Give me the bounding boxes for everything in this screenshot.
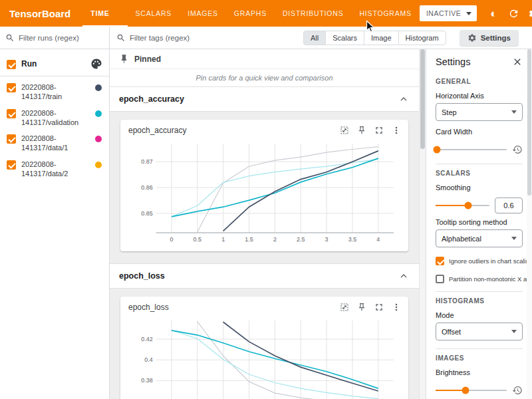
settings-panel: Settings GENERAL Horizontal Axis Step Ca… <box>426 49 532 399</box>
run-row-data-1[interactable]: 20220808-141317/data/1 <box>0 130 109 156</box>
pinned-section-header: Pinned <box>110 49 419 69</box>
scrollbar-thumb[interactable] <box>527 49 531 196</box>
status-dropdown[interactable]: INACTIVE <box>420 5 477 21</box>
filter-tags-input[interactable] <box>130 34 294 42</box>
tab-time-series[interactable]: TIME SERIES <box>82 0 127 27</box>
app-logo[interactable]: TensorBoard <box>0 8 82 19</box>
smoothing-value-input[interactable] <box>495 198 523 213</box>
tab-images[interactable]: IMAGES <box>180 0 226 27</box>
gear-icon[interactable] <box>525 5 532 22</box>
run-label: 20220808-141317/data/1 <box>21 134 89 153</box>
svg-text:0.4: 0.4 <box>144 356 152 363</box>
more-vert-icon[interactable] <box>391 302 402 313</box>
gear-icon <box>467 33 477 43</box>
card-header: epoch_accuracy <box>126 122 403 137</box>
pin-icon[interactable] <box>356 302 367 313</box>
tab-scalars[interactable]: SCALARS <box>128 0 180 27</box>
pinned-hint: Pin cards for a quick view and compariso… <box>110 69 419 87</box>
settings-title: Settings <box>436 57 470 67</box>
svg-text:3.5: 3.5 <box>348 236 356 243</box>
section-header-epoch-accuracy[interactable]: epoch_accuracy <box>110 87 419 112</box>
chart-card-epoch-accuracy: epoch_accuracy 00.511.522.533.540.850.86… <box>120 120 408 251</box>
more-vert-icon[interactable] <box>391 125 402 136</box>
run-checkbox[interactable] <box>7 109 16 118</box>
fit-domain-icon[interactable] <box>339 302 350 313</box>
divider <box>436 291 523 292</box>
pin-icon[interactable] <box>356 125 367 136</box>
runs-sidebar: Run 20220808-141317/train 20220808-14131… <box>0 49 110 399</box>
pinned-title: Pinned <box>134 55 161 64</box>
run-row-data-2[interactable]: 20220808-141317/data/2 <box>0 156 109 182</box>
chevron-up-icon[interactable] <box>398 270 410 282</box>
settings-scrollbar[interactable] <box>527 49 532 399</box>
brightness-control <box>436 384 523 396</box>
runs-filter-bar <box>0 27 110 49</box>
chart-card-epoch-loss: epoch_loss 00.511.522.533.540.360.380.40… <box>120 297 408 399</box>
card-width-slider[interactable] <box>436 149 507 150</box>
histogram-mode-select[interactable]: Offset <box>436 323 523 340</box>
run-label: 20220808-141317/train <box>21 82 89 102</box>
slider-thumb[interactable] <box>434 146 441 154</box>
filter-scalars-button[interactable]: Scalars <box>325 31 364 45</box>
run-checkbox[interactable] <box>7 160 16 170</box>
card-title: epoch_accuracy <box>128 126 339 135</box>
run-color-dot <box>94 110 102 118</box>
filter-histogram-button[interactable]: Histogram <box>398 31 446 45</box>
svg-text:0.85: 0.85 <box>141 210 152 217</box>
settings-panel-body: GENERAL Horizontal Axis Step Card Width … <box>426 78 532 399</box>
slider-thumb[interactable] <box>464 202 471 209</box>
run-row-validation[interactable]: 20220808-141317/validation <box>0 105 109 131</box>
brightness-label: Brightness <box>436 368 523 376</box>
tooltip-sorting-select[interactable]: Alphabetical <box>436 229 523 247</box>
svg-text:4: 4 <box>376 236 380 243</box>
fullscreen-icon[interactable] <box>374 302 384 313</box>
toolbar: All Scalars Image Histogram Settings <box>0 27 532 49</box>
close-icon[interactable] <box>512 57 523 67</box>
svg-text:1: 1 <box>221 236 225 243</box>
scrollbar-thumb[interactable] <box>420 49 425 149</box>
refresh-icon[interactable] <box>505 5 522 22</box>
run-checkbox[interactable] <box>7 134 16 144</box>
status-value: INACTIVE <box>426 9 461 17</box>
cards-area: Pinned Pin cards for a quick view and co… <box>110 49 419 399</box>
ignore-outliers-checkbox[interactable] <box>436 257 444 265</box>
filter-runs-input[interactable] <box>19 34 104 42</box>
card-title: epoch_loss <box>128 303 339 312</box>
ignore-outliers-row: Ignore outliers in chart scaling <box>436 256 523 265</box>
run-row-train[interactable]: 20220808-141317/train <box>0 79 109 105</box>
tab-graphs[interactable]: GRAPHS <box>226 0 275 27</box>
tab-histograms[interactable]: HISTOGRAMS <box>351 0 419 27</box>
select-all-runs-checkbox[interactable] <box>7 60 16 69</box>
run-checkbox[interactable] <box>7 83 16 92</box>
chevron-down-icon <box>511 330 517 333</box>
chevron-up-icon[interactable] <box>398 93 410 105</box>
reset-icon[interactable] <box>512 385 523 396</box>
card-width-control <box>436 144 523 156</box>
card-header: epoch_loss <box>126 299 403 314</box>
filter-image-button[interactable]: Image <box>364 31 399 45</box>
settings-button[interactable]: Settings <box>460 30 519 46</box>
smoothing-slider[interactable] <box>436 205 489 206</box>
content-area: Run 20220808-141317/train 20220808-14131… <box>0 49 532 399</box>
palette-icon[interactable] <box>90 58 102 70</box>
card-actions <box>339 302 402 313</box>
slider-thumb[interactable] <box>462 387 469 394</box>
reset-icon[interactable] <box>512 144 523 155</box>
partition-x-axis-checkbox[interactable] <box>436 275 444 283</box>
theme-toggle-icon[interactable]: ◐ <box>485 5 502 22</box>
filter-all-button[interactable]: All <box>303 31 326 45</box>
horizontal-axis-select[interactable]: Step <box>436 103 523 121</box>
main-scrollbar[interactable] <box>419 49 426 399</box>
brightness-slider[interactable] <box>436 390 507 391</box>
tensorboard-app: TensorBoard TIME SERIES SCALARS IMAGES G… <box>0 0 532 399</box>
tab-distributions[interactable]: DISTRIBUTIONS <box>275 0 352 27</box>
section-header-epoch-loss[interactable]: epoch_loss <box>110 264 419 289</box>
smoothing-control <box>436 200 523 211</box>
card-actions <box>339 125 402 136</box>
epoch-accuracy-chart[interactable]: 00.511.522.533.540.850.860.87 <box>126 140 403 246</box>
fit-domain-icon[interactable] <box>339 125 350 136</box>
run-color-dot <box>94 84 102 92</box>
svg-text:3: 3 <box>325 236 329 243</box>
fullscreen-icon[interactable] <box>374 125 384 136</box>
epoch-loss-chart[interactable]: 00.511.522.533.540.360.380.40.42 <box>126 317 403 399</box>
